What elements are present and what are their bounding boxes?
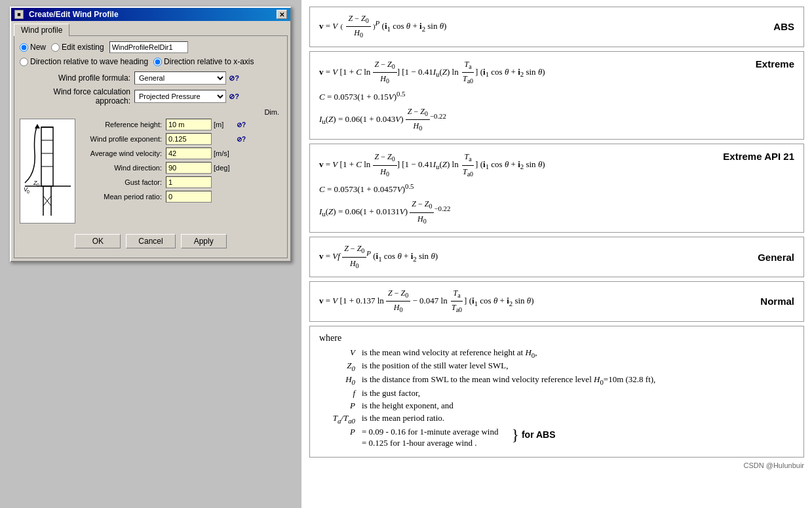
where-row-P2: = 0.125 for 1-hour average wind . (319, 438, 498, 448)
radio-edit[interactable] (51, 43, 60, 52)
where-abs-label-group: } for ABS (511, 427, 555, 442)
formula-box-general: v = Vf Z − Z0 H0 P (i1 cos θ + i2 sin θ)… (309, 237, 804, 277)
field-label-velocity: Average wind velocity: (81, 149, 166, 157)
formula-extreme-api-name: Extreme API 21 (710, 151, 794, 162)
field-label-exponent: Wind profile exponent: (81, 135, 166, 143)
dialog-body: New Edit existing Direction relative to … (14, 35, 288, 258)
fields-section: Reference height: [m] ⊘? Wind profile ex… (81, 119, 282, 224)
where-desc-P1: = 0.09 - 0.16 for 1-minute average wind (362, 427, 498, 437)
where-var-V: V (319, 347, 355, 358)
footer-credit: CSDN @Hulunbuir (309, 461, 804, 469)
radio-direction-wave-group: Direction relative to wave heading (20, 57, 148, 66)
main-content-area: V 0 Z 0 Reference height: (20, 119, 282, 224)
wind-diagram-svg: V 0 Z 0 (22, 121, 74, 222)
field-unit-velocity: [m/s] (214, 149, 233, 157)
formula-select[interactable]: General ABS Extreme Extreme API 21 Norma… (134, 71, 226, 85)
radio-direction-x[interactable] (153, 58, 162, 66)
where-row-P1: P = 0.09 - 0.16 for 1-minute average win… (319, 427, 498, 437)
where-title: where (319, 333, 794, 343)
where-abs-block: P = 0.09 - 0.16 for 1-minute average win… (319, 427, 794, 450)
formula-general-text: v = Vf Z − Z0 H0 P (i1 cos θ + i2 sin θ) (319, 251, 438, 261)
formula-normal-content: v = V [1 + 0.137 ln Z − Z0 H0 − 0.047 ln… (319, 287, 716, 316)
where-row-V: V is the mean wind velocity at reference… (319, 347, 794, 359)
formula-normal-text: v = V [1 + 0.137 ln Z − Z0 H0 − 0.047 ln… (319, 296, 534, 305)
where-row-f: f is the gust factor, (319, 388, 794, 399)
formula-box-extreme-api: v = V [1 + C ln Z − Z0 H0 ] [1 − 0.41Iu(… (309, 144, 804, 233)
where-P-values: P = 0.09 - 0.16 for 1-minute average win… (319, 427, 498, 450)
field-input-velocity[interactable] (166, 147, 212, 159)
radio-new-group: New (20, 43, 46, 52)
field-label-period: Mean period ratio: (81, 193, 166, 201)
where-row-Z0: Z0 is the position of the still water le… (319, 361, 794, 372)
force-select[interactable]: Projected Pressure Normal Force Morison (134, 90, 226, 103)
formula-abs-name: ABS (716, 21, 794, 32)
field-row-velocity: Average wind velocity: [m/s] (81, 147, 282, 159)
dialog-titlebar: ■ Create/Edit Wind Profile ✕ (11, 8, 290, 21)
abs-label: for ABS (522, 429, 556, 440)
tab-wind-profile[interactable]: Wind profile (14, 24, 69, 36)
where-row-H0: H0 is the distance from SWL to the mean … (319, 374, 794, 386)
direction-row: Direction relative to wave heading Direc… (20, 57, 282, 66)
field-row-gust: Gust factor: (81, 176, 282, 188)
where-desc-V: is the mean wind velocity at reference h… (362, 347, 794, 359)
formula-general-content: v = Vf Z − Z0 H0 P (i1 cos θ + i2 sin θ) (319, 243, 716, 271)
close-button[interactable]: ✕ (277, 10, 287, 19)
formula-extreme-line2: C = 0.0573(1 + 0.15V)0.5 (319, 88, 716, 104)
formula-help-icon[interactable]: ⊘? (228, 72, 240, 84)
formula-extreme-api-content: v = V [1 + C ln Z − Z0 H0 ] [1 − 0.41Iu(… (319, 151, 710, 227)
formula-extreme-content: v = V [1 + C ln Z − Z0 H0 ] [1 − 0.41Iu(… (319, 58, 716, 134)
right-panel: v = V ( Z − Z0 H0 )P (i1 cos θ + i2 sin … (301, 0, 812, 508)
where-row-Ta: Ta/Ta0 is the mean period ratio. (319, 413, 794, 425)
where-desc-H0: is the distance from SWL to the mean win… (362, 374, 794, 386)
force-help-icon[interactable]: ⊘? (228, 90, 240, 102)
cancel-button[interactable]: Cancel (126, 234, 175, 248)
wind-diagram: V 0 Z 0 (20, 119, 75, 224)
svg-text:0: 0 (37, 183, 39, 187)
formula-extreme-line3: Iu(Z) = 0.06(1 + 0.043V) Z − Z0 H0 −0.22 (319, 106, 716, 134)
where-var-P: P (319, 401, 355, 411)
field-input-ref-height[interactable] (166, 119, 212, 130)
field-input-exponent[interactable] (166, 133, 212, 145)
radio-direction-wave[interactable] (20, 58, 28, 66)
radio-new[interactable] (20, 43, 28, 52)
field-label-ref-height: Reference height: (81, 121, 166, 128)
formula-label: Wind profile formula: (20, 73, 134, 83)
where-var-H0: H0 (319, 374, 355, 386)
formula-extreme-api-line1: v = V [1 + C ln Z − Z0 H0 ] [1 − 0.41Iu(… (319, 151, 710, 180)
force-label: Wind force calculation approach: (20, 87, 134, 106)
exponent-help-icon[interactable]: ⊘? (235, 133, 247, 145)
formula-abs-content: v = V ( Z − Z0 H0 )P (i1 cos θ + i2 sin … (319, 12, 716, 41)
svg-marker-14 (35, 124, 40, 128)
profile-name-input[interactable] (109, 41, 188, 53)
ok-button[interactable]: OK (75, 234, 121, 248)
formula-extreme-line1: v = V [1 + C ln Z − Z0 H0 ] [1 − 0.41Iu(… (319, 58, 716, 87)
field-input-period[interactable] (166, 191, 212, 203)
formula-row: Wind profile formula: General ABS Extrem… (20, 71, 282, 85)
left-panel: ■ Create/Edit Wind Profile ✕ Wind profil… (0, 0, 301, 508)
where-desc-P: is the height exponent, and (362, 401, 794, 411)
field-input-direction[interactable] (166, 162, 212, 174)
field-label-direction: Wind direction: (81, 164, 166, 172)
field-unit-ref-height: [m] (214, 121, 233, 128)
where-box: where V is the mean wind velocity at ref… (309, 326, 804, 458)
dim-label: Dim. (20, 108, 282, 116)
radio-direction-x-label: Direction relative to x-axis (164, 57, 254, 66)
formula-extreme-api-line2: C = 0.0573(1 + 0.0457V)0.5 (319, 181, 710, 197)
formula-box-extreme: v = V [1 + C ln Z − Z0 H0 ] [1 − 0.41Iu(… (309, 51, 804, 140)
formula-normal-name: Normal (716, 296, 794, 307)
dialog-tabs: Wind profile (11, 21, 290, 35)
field-unit-direction: [deg] (214, 164, 233, 172)
where-var-P1: P (319, 427, 355, 437)
ref-height-help-icon[interactable]: ⊘? (235, 119, 247, 130)
formula-general-name: General (716, 252, 794, 263)
buttons-row: OK Cancel Apply (20, 230, 282, 252)
brace-icon: } (511, 427, 519, 442)
formula-extreme-api-line3: Iu(Z) = 0.06(1 + 0.0131V) Z − Z0 H0 −0.2… (319, 198, 710, 227)
formula-abs-text: v = V ( Z − Z0 H0 )P (i1 cos θ + i2 sin … (319, 21, 446, 31)
field-input-gust[interactable] (166, 176, 212, 188)
field-row-period: Mean period ratio: (81, 191, 282, 203)
where-var-Ta: Ta/Ta0 (319, 413, 355, 425)
field-label-gust: Gust factor: (81, 178, 166, 186)
apply-button[interactable]: Apply (181, 234, 227, 248)
formula-extreme-name: Extreme (716, 58, 794, 69)
